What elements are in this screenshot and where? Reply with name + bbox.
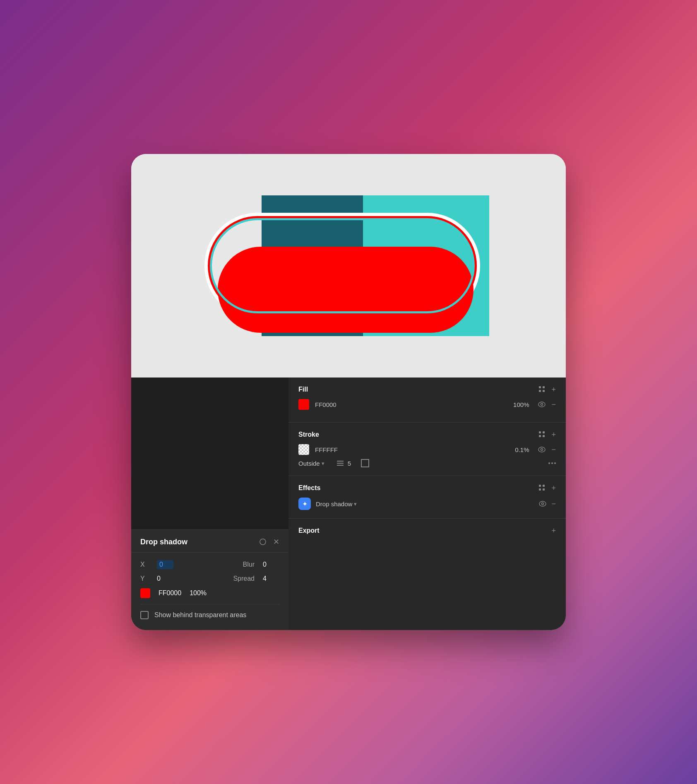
- stroke-grid-button[interactable]: [539, 431, 546, 438]
- panel-area: Drop shadow ✕: [131, 378, 566, 630]
- spread-value[interactable]: 4: [263, 575, 279, 582]
- shadow-color-hex[interactable]: FF0000: [159, 589, 181, 597]
- fill-color-hex[interactable]: FF0000: [315, 401, 336, 408]
- stroke-title: Stroke: [298, 431, 319, 438]
- effects-icons: +: [539, 484, 556, 492]
- show-behind-label: Show behind transparent areas: [154, 611, 246, 619]
- svg-point-1: [538, 402, 545, 407]
- effect-remove-button[interactable]: −: [551, 500, 556, 507]
- shadow-opacity[interactable]: 100%: [190, 589, 207, 597]
- stroke-grid-icon: [539, 431, 546, 438]
- effects-row: ✦ Drop shadow ▾ −: [298, 498, 556, 510]
- stroke-eye-button[interactable]: [538, 447, 546, 452]
- grid-icon: [539, 386, 546, 393]
- effect-eye-button[interactable]: [539, 501, 546, 507]
- svg-point-5: [539, 501, 546, 506]
- sun-icon: ✦: [302, 500, 308, 508]
- close-button[interactable]: ✕: [273, 537, 279, 546]
- fill-section: Fill +: [288, 378, 566, 423]
- export-icons: +: [551, 527, 556, 534]
- checkbox-row: Show behind transparent areas: [140, 604, 279, 623]
- x-value[interactable]: 0: [157, 560, 173, 569]
- stroke-opacity[interactable]: 0.1%: [515, 446, 529, 453]
- fill-eye-button[interactable]: [538, 402, 546, 407]
- stroke-weight[interactable]: 5: [348, 460, 351, 467]
- popup-header-icons: ✕: [259, 537, 279, 546]
- stroke-icons: +: [539, 431, 556, 438]
- stroke-remove-button[interactable]: −: [551, 446, 556, 453]
- stroke-more-button[interactable]: [548, 462, 556, 464]
- stroke-section-header: Stroke +: [298, 431, 556, 438]
- fill-remove-button[interactable]: −: [551, 401, 556, 408]
- left-panel: Drop shadow ✕: [131, 378, 288, 630]
- stroke-section: Stroke +: [288, 423, 566, 476]
- popup-header: Drop shadow ✕: [131, 530, 288, 553]
- fill-opacity[interactable]: 100%: [513, 401, 529, 408]
- fill-grid-button[interactable]: [539, 386, 546, 393]
- shadow-color-swatch[interactable]: [140, 588, 150, 598]
- effects-grid-icon: [539, 485, 546, 491]
- fill-icons: +: [539, 386, 556, 393]
- spread-label: Spread: [233, 575, 255, 582]
- effects-section: Effects +: [288, 476, 566, 519]
- effects-add-button[interactable]: +: [551, 484, 556, 492]
- effects-title: Effects: [298, 484, 320, 492]
- canvas-area: [131, 154, 566, 378]
- blur-label: Blur: [243, 561, 255, 568]
- fill-title: Fill: [298, 386, 308, 393]
- drop-shadow-popup: Drop shadow ✕: [131, 529, 288, 630]
- canvas-background: [208, 195, 489, 336]
- y-label: Y: [140, 575, 149, 582]
- svg-point-2: [541, 404, 543, 406]
- svg-point-4: [541, 449, 543, 451]
- color-row: FF0000 100%: [140, 588, 279, 598]
- stroke-border-icon: [361, 459, 369, 467]
- popup-body: X 0 Blur 0 Y 0 Spread 4: [131, 553, 288, 630]
- stroke-position[interactable]: Outside ▾: [298, 460, 324, 467]
- popup-title: Drop shadow: [140, 538, 187, 546]
- svg-point-3: [538, 447, 545, 452]
- y-value[interactable]: 0: [157, 575, 173, 582]
- svg-point-6: [542, 503, 544, 505]
- blur-value[interactable]: 0: [263, 561, 279, 568]
- fill-add-button[interactable]: +: [551, 386, 556, 393]
- x-label: X: [140, 561, 149, 568]
- stroke-color-swatch[interactable]: [298, 444, 309, 455]
- export-section-header: Export +: [298, 527, 556, 534]
- main-card: Drop shadow ✕: [131, 154, 566, 630]
- y-spread-row: Y 0 Spread 4: [140, 575, 279, 582]
- stroke-lines-icon: [337, 461, 344, 466]
- stroke-sub-row: Outside ▾ 5: [298, 459, 556, 467]
- export-title: Export: [298, 527, 320, 534]
- x-blur-row: X 0 Blur 0: [140, 560, 279, 569]
- fill-prop-row: FF0000 100% −: [298, 399, 556, 410]
- stroke-color-row: FFFFFF 0.1% −: [298, 444, 556, 455]
- reset-icon-button[interactable]: [259, 538, 267, 546]
- effects-grid-button[interactable]: [539, 485, 546, 491]
- stroke-add-button[interactable]: +: [551, 431, 556, 438]
- export-add-button[interactable]: +: [551, 527, 556, 534]
- effect-icon: ✦: [298, 498, 311, 510]
- dots-icon: [548, 462, 556, 464]
- effects-section-header: Effects +: [298, 484, 556, 492]
- effect-chevron: ▾: [354, 501, 357, 507]
- teal-ring-outline: [210, 218, 475, 313]
- stroke-color-hex[interactable]: FFFFFF: [315, 446, 338, 453]
- effect-name[interactable]: Drop shadow ▾: [316, 500, 357, 507]
- fill-section-header: Fill +: [298, 386, 556, 393]
- right-panel: Fill +: [288, 378, 566, 630]
- stroke-chevron: ▾: [322, 460, 324, 467]
- svg-point-0: [260, 539, 266, 545]
- export-section: Export +: [288, 519, 566, 548]
- fill-color-swatch[interactable]: [298, 399, 309, 410]
- show-behind-checkbox[interactable]: [140, 611, 149, 619]
